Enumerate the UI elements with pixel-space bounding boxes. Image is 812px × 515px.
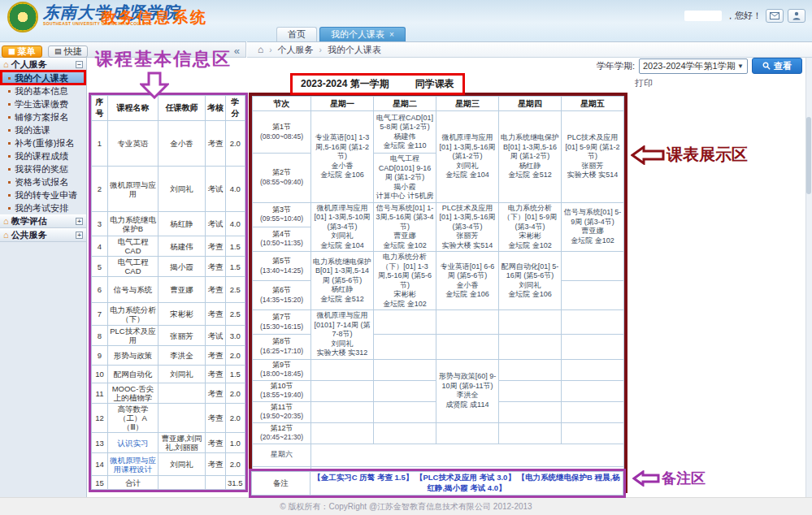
sidebar-group[interactable]: ⌂教学评估+ — [0, 214, 86, 228]
course-teacher: 刘同礼 — [158, 366, 206, 383]
period-time: (13:40~14:25) — [254, 266, 309, 276]
schedule-cell-empty — [374, 401, 436, 422]
sidebar-item[interactable]: 我的课程成绩 — [0, 149, 86, 162]
course-credit: 2.0 — [226, 383, 245, 404]
print-link[interactable]: 打印 — [635, 77, 653, 89]
course-table: 序号课程名称任课教师考核学分 1专业英语金小香考查2.02微机原理与应用刘同礼考… — [91, 95, 245, 490]
home-icon[interactable]: ⌂ — [258, 42, 263, 58]
collapse-sidebar-icon[interactable]: « — [234, 45, 240, 57]
breadcrumb-item-2[interactable]: 我的个人课表 — [328, 42, 381, 58]
tab-home[interactable]: 首页 — [276, 27, 317, 41]
course-name: 电力系统继电保护B — [108, 212, 158, 236]
sidebar-item[interactable]: 辅修方案报名 — [0, 110, 86, 123]
timetable-title-semester: 2023-2024 第一学期 — [301, 77, 389, 91]
sidebar-item[interactable]: 补考(重修)报名 — [0, 136, 86, 149]
period-cell: 第9节(18:00~18:45) — [253, 359, 311, 380]
schedule-cell: 专业英语[01] 1-3周,5-16周 (第1-2节)金小香金坛院 金106 — [311, 111, 374, 203]
course-name: PLC技术及应用 — [108, 326, 158, 346]
sidebar-group[interactable]: ⌂公共服务+ — [0, 228, 86, 242]
breadcrumb-separator: › — [269, 42, 271, 58]
period-time: (19:50~20:35) — [254, 412, 309, 422]
course-credit: 4.0 — [226, 167, 245, 212]
course-name-link[interactable]: 微机原理与应用课程设计 — [110, 456, 156, 474]
mail-icon[interactable] — [766, 9, 784, 23]
course-no: 3 — [92, 212, 108, 236]
expand-toggle-icon[interactable]: + — [76, 232, 83, 239]
grid-icon: ▦ — [8, 48, 15, 55]
course-teacher: 张丽芳 — [158, 326, 206, 346]
house-icon: ⌂ — [3, 60, 9, 69]
quick-button[interactable]: ▤ 快捷 — [48, 45, 89, 58]
sidebar-item[interactable]: 我的基本信息 — [0, 84, 86, 97]
person-icon[interactable] — [788, 9, 805, 23]
course-credit: 1.0 — [226, 433, 245, 453]
semester-select[interactable]: 2023-2024学年第1学期 ▼ — [639, 58, 748, 74]
schedule-cell-empty — [311, 359, 374, 380]
breadcrumb-item-1[interactable]: 个人服务 — [278, 42, 314, 58]
course-no: 15 — [92, 476, 108, 490]
course-teacher — [158, 476, 206, 490]
sidebar-item[interactable]: 我的转专业申请 — [0, 188, 86, 201]
sidebar-item[interactable]: 资格考试报名 — [0, 175, 86, 188]
sidebar-item[interactable]: 学生选课缴费 — [0, 97, 86, 110]
table-row: 7电力系统分析（下）宋彬彬考查2.5 — [92, 303, 245, 326]
period-time: (20:45~21:30) — [254, 433, 309, 443]
scrollbar[interactable] — [805, 58, 812, 497]
course-no: 5 — [92, 257, 108, 277]
sidebar-item[interactable]: 我的选课 — [0, 123, 86, 136]
saturday-row: 星期六 — [253, 444, 624, 466]
scrollbar-thumb[interactable] — [806, 117, 811, 194]
period-time: (09:55~10:40) — [254, 214, 309, 224]
semester-filter-label: 学年学期: — [597, 60, 635, 72]
schedule-cell: 电力系统分析（下）[01] 1-3周,5-16周 (第5-6节)宋彬彬金坛院 金… — [374, 252, 436, 310]
table-row: 8PLC技术及应用张丽芳考试3.0 — [92, 326, 245, 346]
sidebar: ⌂个人服务−我的个人课表我的基本信息学生选课缴费辅修方案报名我的选课补考(重修)… — [0, 58, 87, 497]
annotation-arrow-left-icon — [632, 470, 660, 487]
sidebar-group-label: 公共服务 — [11, 229, 47, 241]
period-cell: 第1节(08:00~08:45) — [253, 111, 311, 154]
course-assess: 考查 — [206, 121, 226, 167]
bullet-icon — [8, 207, 11, 210]
course-assess: 考查 — [206, 404, 226, 433]
sidebar-group-label: 个人服务 — [11, 58, 47, 71]
user-area: ，您好！ — [684, 9, 805, 23]
course-teacher — [158, 383, 206, 404]
view-button-label: 查看 — [774, 60, 792, 72]
period-name: 第3节 — [254, 206, 309, 215]
tab-my-timetable[interactable]: 我的个人课表 × — [319, 27, 406, 41]
annotation-remarks: 备注区 — [632, 469, 706, 488]
semester-filter: 学年学期: 2023-2024学年第1学期 ▼ 查看 — [597, 58, 802, 74]
breadcrumb-separator: › — [319, 42, 322, 58]
course-teacher: 曹亚娜,刘同礼,刘丽丽 — [158, 433, 206, 453]
schedule-cell-empty — [499, 335, 562, 359]
course-name: 信号与系统 — [108, 277, 158, 303]
table-row: 11MOOC-舌尖上的植物学考查2.0 — [92, 383, 245, 404]
course-name: 合计 — [108, 476, 158, 490]
sidebar-item[interactable]: 我的考试安排 — [0, 201, 86, 214]
close-icon[interactable]: × — [389, 31, 394, 39]
period-name: 第5节 — [254, 257, 309, 266]
schedule-cell-empty — [311, 380, 374, 401]
table-row: 10配网自动化刘同礼考查1.5 — [92, 366, 245, 383]
view-button[interactable]: 查看 — [752, 58, 802, 74]
sidebar-item-label: 补考(重修)报名 — [15, 137, 74, 149]
schedule-cell-empty — [562, 252, 624, 281]
timetable-title-suffix: 同学课表 — [415, 77, 454, 91]
period-time: (10:50~11:35) — [254, 239, 309, 249]
table-row: 14微机原理与应用课程设计刘同礼考查2.0 — [92, 453, 245, 476]
course-teacher — [158, 404, 206, 433]
expand-toggle-icon[interactable]: + — [76, 218, 83, 225]
course-assess: 考查 — [206, 433, 226, 453]
course-teacher: 杨红静 — [158, 212, 206, 236]
schedule-header-row: 节次星期一星期二星期三星期四星期五 — [253, 97, 624, 111]
timetable-title: 2023-2024 第一学期 同学课表 — [290, 73, 465, 95]
expand-toggle-icon[interactable]: − — [76, 61, 83, 68]
menu-button[interactable]: ▦ 菜单 — [2, 45, 42, 58]
sidebar-item[interactable]: 我获得的奖惩 — [0, 162, 86, 175]
sidebar-item-label: 资格考试报名 — [15, 176, 68, 188]
course-name-link[interactable]: 认识实习 — [118, 439, 149, 448]
greeting-text: ，您好！ — [726, 10, 762, 22]
course-assess: 考查 — [206, 383, 226, 404]
schedule-cell-empty — [374, 335, 436, 359]
course-credit: 31.5 — [226, 476, 245, 490]
